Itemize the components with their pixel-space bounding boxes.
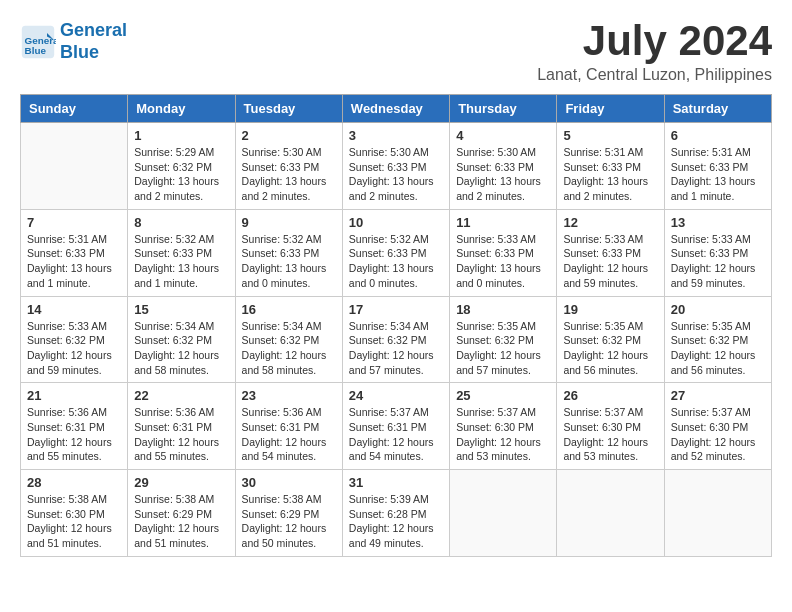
day-info: Sunrise: 5:33 AM Sunset: 6:32 PM Dayligh… xyxy=(27,319,121,378)
logo-line2: Blue xyxy=(60,42,99,62)
calendar-cell: 2Sunrise: 5:30 AM Sunset: 6:33 PM Daylig… xyxy=(235,123,342,210)
day-number: 15 xyxy=(134,302,228,317)
day-header-wednesday: Wednesday xyxy=(342,95,449,123)
day-number: 30 xyxy=(242,475,336,490)
day-number: 27 xyxy=(671,388,765,403)
calendar-cell: 10Sunrise: 5:32 AM Sunset: 6:33 PM Dayli… xyxy=(342,209,449,296)
logo: General Blue General Blue xyxy=(20,20,127,63)
logo-icon: General Blue xyxy=(20,24,56,60)
calendar-cell xyxy=(450,470,557,557)
calendar-week-row: 1Sunrise: 5:29 AM Sunset: 6:32 PM Daylig… xyxy=(21,123,772,210)
day-info: Sunrise: 5:38 AM Sunset: 6:29 PM Dayligh… xyxy=(134,492,228,551)
day-info: Sunrise: 5:37 AM Sunset: 6:31 PM Dayligh… xyxy=(349,405,443,464)
day-info: Sunrise: 5:37 AM Sunset: 6:30 PM Dayligh… xyxy=(563,405,657,464)
day-info: Sunrise: 5:34 AM Sunset: 6:32 PM Dayligh… xyxy=(242,319,336,378)
day-number: 20 xyxy=(671,302,765,317)
calendar-week-row: 21Sunrise: 5:36 AM Sunset: 6:31 PM Dayli… xyxy=(21,383,772,470)
calendar-cell: 14Sunrise: 5:33 AM Sunset: 6:32 PM Dayli… xyxy=(21,296,128,383)
day-info: Sunrise: 5:33 AM Sunset: 6:33 PM Dayligh… xyxy=(563,232,657,291)
day-info: Sunrise: 5:34 AM Sunset: 6:32 PM Dayligh… xyxy=(134,319,228,378)
day-number: 2 xyxy=(242,128,336,143)
day-number: 24 xyxy=(349,388,443,403)
day-number: 12 xyxy=(563,215,657,230)
calendar-cell xyxy=(664,470,771,557)
day-info: Sunrise: 5:32 AM Sunset: 6:33 PM Dayligh… xyxy=(134,232,228,291)
location: Lanat, Central Luzon, Philippines xyxy=(537,66,772,84)
calendar-cell: 18Sunrise: 5:35 AM Sunset: 6:32 PM Dayli… xyxy=(450,296,557,383)
day-number: 10 xyxy=(349,215,443,230)
day-info: Sunrise: 5:31 AM Sunset: 6:33 PM Dayligh… xyxy=(27,232,121,291)
calendar-cell: 12Sunrise: 5:33 AM Sunset: 6:33 PM Dayli… xyxy=(557,209,664,296)
day-number: 11 xyxy=(456,215,550,230)
day-info: Sunrise: 5:37 AM Sunset: 6:30 PM Dayligh… xyxy=(456,405,550,464)
calendar-cell: 31Sunrise: 5:39 AM Sunset: 6:28 PM Dayli… xyxy=(342,470,449,557)
svg-text:Blue: Blue xyxy=(25,44,47,55)
calendar-cell: 21Sunrise: 5:36 AM Sunset: 6:31 PM Dayli… xyxy=(21,383,128,470)
calendar-week-row: 7Sunrise: 5:31 AM Sunset: 6:33 PM Daylig… xyxy=(21,209,772,296)
calendar-cell: 16Sunrise: 5:34 AM Sunset: 6:32 PM Dayli… xyxy=(235,296,342,383)
day-number: 13 xyxy=(671,215,765,230)
calendar-cell: 24Sunrise: 5:37 AM Sunset: 6:31 PM Dayli… xyxy=(342,383,449,470)
calendar-cell: 20Sunrise: 5:35 AM Sunset: 6:32 PM Dayli… xyxy=(664,296,771,383)
day-info: Sunrise: 5:36 AM Sunset: 6:31 PM Dayligh… xyxy=(134,405,228,464)
day-number: 23 xyxy=(242,388,336,403)
calendar-cell: 8Sunrise: 5:32 AM Sunset: 6:33 PM Daylig… xyxy=(128,209,235,296)
day-info: Sunrise: 5:35 AM Sunset: 6:32 PM Dayligh… xyxy=(671,319,765,378)
day-header-saturday: Saturday xyxy=(664,95,771,123)
calendar-cell: 27Sunrise: 5:37 AM Sunset: 6:30 PM Dayli… xyxy=(664,383,771,470)
day-header-sunday: Sunday xyxy=(21,95,128,123)
calendar-cell: 23Sunrise: 5:36 AM Sunset: 6:31 PM Dayli… xyxy=(235,383,342,470)
calendar-cell: 9Sunrise: 5:32 AM Sunset: 6:33 PM Daylig… xyxy=(235,209,342,296)
day-number: 17 xyxy=(349,302,443,317)
calendar-cell xyxy=(21,123,128,210)
day-number: 22 xyxy=(134,388,228,403)
day-number: 14 xyxy=(27,302,121,317)
calendar-header-row: SundayMondayTuesdayWednesdayThursdayFrid… xyxy=(21,95,772,123)
calendar-cell: 28Sunrise: 5:38 AM Sunset: 6:30 PM Dayli… xyxy=(21,470,128,557)
day-number: 16 xyxy=(242,302,336,317)
day-info: Sunrise: 5:33 AM Sunset: 6:33 PM Dayligh… xyxy=(671,232,765,291)
calendar-cell xyxy=(557,470,664,557)
day-info: Sunrise: 5:36 AM Sunset: 6:31 PM Dayligh… xyxy=(242,405,336,464)
calendar-week-row: 14Sunrise: 5:33 AM Sunset: 6:32 PM Dayli… xyxy=(21,296,772,383)
calendar-cell: 29Sunrise: 5:38 AM Sunset: 6:29 PM Dayli… xyxy=(128,470,235,557)
day-number: 31 xyxy=(349,475,443,490)
day-info: Sunrise: 5:31 AM Sunset: 6:33 PM Dayligh… xyxy=(563,145,657,204)
day-info: Sunrise: 5:30 AM Sunset: 6:33 PM Dayligh… xyxy=(456,145,550,204)
day-number: 25 xyxy=(456,388,550,403)
day-number: 19 xyxy=(563,302,657,317)
day-number: 6 xyxy=(671,128,765,143)
day-number: 18 xyxy=(456,302,550,317)
day-header-monday: Monday xyxy=(128,95,235,123)
day-info: Sunrise: 5:38 AM Sunset: 6:29 PM Dayligh… xyxy=(242,492,336,551)
day-number: 5 xyxy=(563,128,657,143)
calendar-cell: 25Sunrise: 5:37 AM Sunset: 6:30 PM Dayli… xyxy=(450,383,557,470)
day-number: 1 xyxy=(134,128,228,143)
day-info: Sunrise: 5:36 AM Sunset: 6:31 PM Dayligh… xyxy=(27,405,121,464)
day-info: Sunrise: 5:39 AM Sunset: 6:28 PM Dayligh… xyxy=(349,492,443,551)
title-block: July 2024 Lanat, Central Luzon, Philippi… xyxy=(537,20,772,84)
calendar-cell: 15Sunrise: 5:34 AM Sunset: 6:32 PM Dayli… xyxy=(128,296,235,383)
day-info: Sunrise: 5:38 AM Sunset: 6:30 PM Dayligh… xyxy=(27,492,121,551)
logo-text: General Blue xyxy=(60,20,127,63)
calendar-cell: 13Sunrise: 5:33 AM Sunset: 6:33 PM Dayli… xyxy=(664,209,771,296)
day-number: 9 xyxy=(242,215,336,230)
day-info: Sunrise: 5:37 AM Sunset: 6:30 PM Dayligh… xyxy=(671,405,765,464)
day-info: Sunrise: 5:35 AM Sunset: 6:32 PM Dayligh… xyxy=(456,319,550,378)
calendar-cell: 7Sunrise: 5:31 AM Sunset: 6:33 PM Daylig… xyxy=(21,209,128,296)
calendar-cell: 26Sunrise: 5:37 AM Sunset: 6:30 PM Dayli… xyxy=(557,383,664,470)
calendar-cell: 17Sunrise: 5:34 AM Sunset: 6:32 PM Dayli… xyxy=(342,296,449,383)
day-header-thursday: Thursday xyxy=(450,95,557,123)
calendar-cell: 22Sunrise: 5:36 AM Sunset: 6:31 PM Dayli… xyxy=(128,383,235,470)
logo-line1: General xyxy=(60,20,127,40)
calendar-cell: 4Sunrise: 5:30 AM Sunset: 6:33 PM Daylig… xyxy=(450,123,557,210)
day-info: Sunrise: 5:35 AM Sunset: 6:32 PM Dayligh… xyxy=(563,319,657,378)
day-number: 29 xyxy=(134,475,228,490)
day-info: Sunrise: 5:32 AM Sunset: 6:33 PM Dayligh… xyxy=(242,232,336,291)
day-info: Sunrise: 5:30 AM Sunset: 6:33 PM Dayligh… xyxy=(349,145,443,204)
day-number: 4 xyxy=(456,128,550,143)
calendar-cell: 30Sunrise: 5:38 AM Sunset: 6:29 PM Dayli… xyxy=(235,470,342,557)
day-info: Sunrise: 5:31 AM Sunset: 6:33 PM Dayligh… xyxy=(671,145,765,204)
month-title: July 2024 xyxy=(537,20,772,62)
calendar-week-row: 28Sunrise: 5:38 AM Sunset: 6:30 PM Dayli… xyxy=(21,470,772,557)
